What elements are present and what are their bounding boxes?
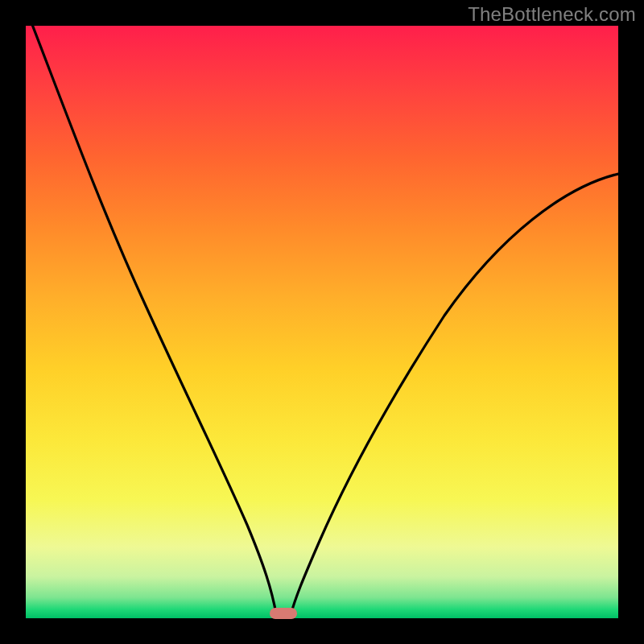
curve-svg	[26, 26, 618, 618]
curve-left	[26, 26, 277, 618]
chart-frame: TheBottleneck.com	[0, 0, 644, 644]
curve-right	[290, 174, 618, 618]
watermark-text: TheBottleneck.com	[468, 3, 636, 26]
minimum-marker	[270, 608, 297, 619]
plot-area	[26, 26, 618, 618]
